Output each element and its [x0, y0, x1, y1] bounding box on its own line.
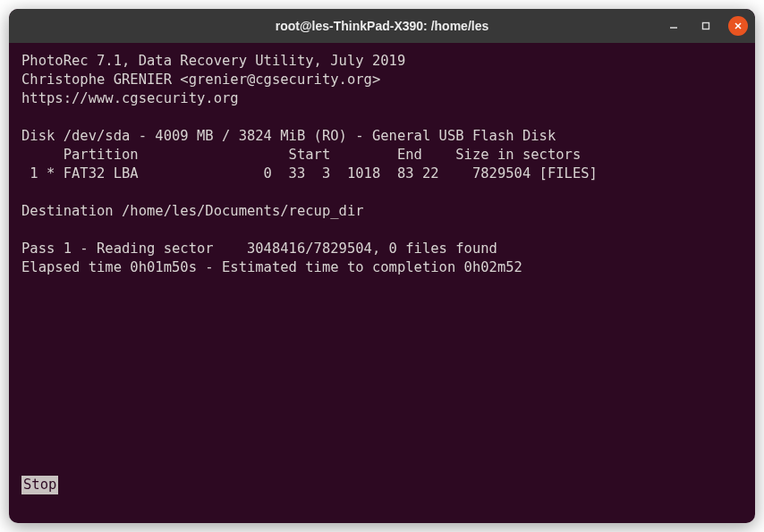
close-icon — [733, 21, 743, 31]
destination-line: Destination /home/les/Documents/recup_di… — [21, 203, 364, 219]
app-name-line: PhotoRec 7.1, Data Recovery Utility, Jul… — [21, 53, 405, 69]
window-title: root@les-ThinkPad-X390: /home/les — [9, 19, 755, 33]
action-row: Stop — [21, 476, 58, 494]
time-line: Elapsed time 0h01m50s - Estimated time t… — [21, 259, 522, 275]
svg-rect-1 — [703, 23, 709, 30]
minimize-button[interactable] — [664, 16, 683, 36]
partition-row: 1 * FAT32 LBA 0 33 3 1018 83 22 7829504 … — [21, 165, 598, 182]
window-controls — [664, 9, 748, 43]
maximize-icon — [700, 21, 711, 31]
app-url-line: https://www.cgsecurity.org — [21, 90, 239, 106]
stop-button[interactable]: Stop — [21, 476, 58, 494]
pass-line: Pass 1 - Reading sector 3048416/7829504,… — [21, 241, 497, 257]
partition-header: Partition Start End Size in sectors — [21, 147, 581, 163]
disk-line: Disk /dev/sda - 4009 MB / 3824 MiB (RO) … — [21, 128, 556, 144]
maximize-button[interactable] — [696, 16, 716, 36]
minimize-icon — [668, 21, 679, 31]
app-author-line: Christophe GRENIER <grenier@cgsecurity.o… — [21, 72, 380, 88]
terminal-content: PhotoRec 7.1, Data Recovery Utility, Jul… — [9, 43, 755, 290]
terminal-window: root@les-ThinkPad-X390: /home/les PhotoR… — [9, 9, 755, 523]
close-button[interactable] — [728, 16, 748, 36]
title-bar[interactable]: root@les-ThinkPad-X390: /home/les — [9, 9, 755, 43]
